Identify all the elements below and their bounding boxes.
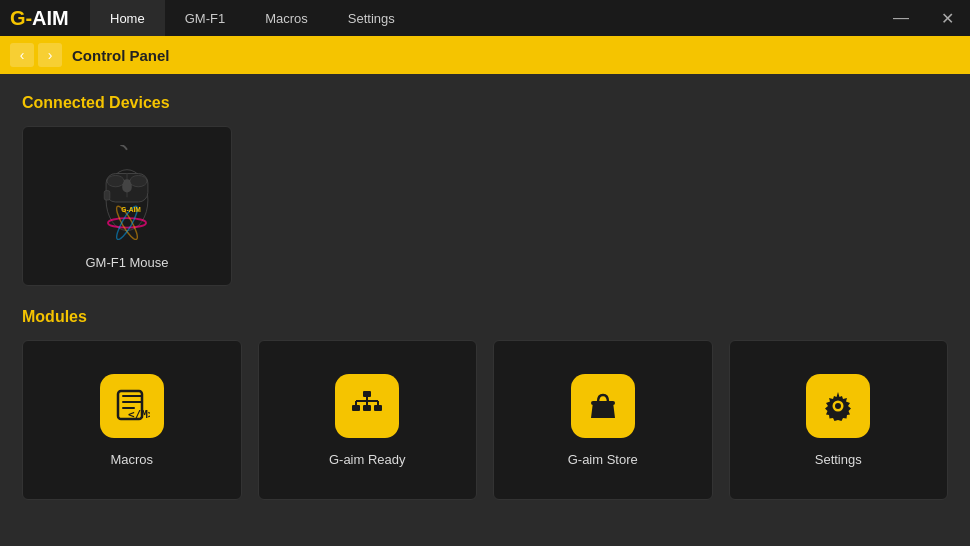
module-gaim-ready[interactable]: G-aim Ready bbox=[258, 340, 478, 500]
svg-text:</M>: </M> bbox=[128, 408, 150, 421]
connected-devices-title: Connected Devices bbox=[22, 94, 948, 112]
title-bar: G- AIM Home GM-F1 Macros Settings — ✕ bbox=[0, 0, 970, 36]
svg-rect-17 bbox=[363, 405, 371, 411]
logo-svg: G- AIM bbox=[10, 6, 70, 30]
svg-rect-23 bbox=[591, 401, 615, 405]
gaim-ready-label: G-aim Ready bbox=[329, 452, 406, 467]
module-gaim-store[interactable]: G-aim Store bbox=[493, 340, 713, 500]
close-button[interactable]: ✕ bbox=[924, 0, 970, 36]
svg-rect-16 bbox=[352, 405, 360, 411]
minimize-button[interactable]: — bbox=[878, 0, 924, 36]
back-arrow[interactable]: ‹ bbox=[10, 43, 34, 67]
macros-icon: </M> bbox=[114, 388, 150, 424]
main-content: Connected Devices bbox=[0, 74, 970, 520]
svg-rect-18 bbox=[374, 405, 382, 411]
svg-text:AIM: AIM bbox=[32, 7, 69, 29]
modules-title: Modules bbox=[22, 308, 948, 326]
gear-icon bbox=[820, 388, 856, 424]
mouse-illustration: G-AIM bbox=[92, 145, 162, 240]
module-settings[interactable]: Settings bbox=[729, 340, 949, 500]
settings-icon-bg bbox=[806, 374, 870, 438]
tab-settings[interactable]: Settings bbox=[328, 0, 415, 36]
store-icon bbox=[585, 388, 621, 424]
forward-arrow[interactable]: › bbox=[38, 43, 62, 67]
svg-point-27 bbox=[835, 403, 841, 409]
macros-label: Macros bbox=[110, 452, 153, 467]
gaim-ready-icon-bg bbox=[335, 374, 399, 438]
device-name: GM-F1 Mouse bbox=[85, 255, 168, 270]
svg-point-6 bbox=[107, 175, 124, 186]
device-card-gmf1[interactable]: G-AIM GM-F1 Mouse bbox=[22, 126, 232, 286]
network-icon bbox=[349, 388, 385, 424]
gaim-store-icon-bg bbox=[571, 374, 635, 438]
modules-grid: </M> Macros bbox=[22, 340, 948, 500]
device-image: G-AIM bbox=[87, 143, 167, 243]
window-controls: — ✕ bbox=[878, 0, 970, 36]
svg-point-7 bbox=[130, 175, 147, 186]
breadcrumb-bar: ‹ › Control Panel bbox=[0, 36, 970, 74]
svg-text:G-AIM: G-AIM bbox=[121, 206, 141, 213]
svg-rect-15 bbox=[363, 391, 371, 397]
settings-label: Settings bbox=[815, 452, 862, 467]
logo: G- AIM bbox=[10, 6, 70, 30]
module-macros[interactable]: </M> Macros bbox=[22, 340, 242, 500]
modules-section: Modules </M> Macros bbox=[22, 308, 948, 500]
svg-rect-12 bbox=[104, 191, 110, 201]
breadcrumb-title: Control Panel bbox=[72, 47, 170, 64]
macros-icon-bg: </M> bbox=[100, 374, 164, 438]
tab-home[interactable]: Home bbox=[90, 0, 165, 36]
tab-gmf1[interactable]: GM-F1 bbox=[165, 0, 245, 36]
tab-macros[interactable]: Macros bbox=[245, 0, 328, 36]
gaim-store-label: G-aim Store bbox=[568, 452, 638, 467]
svg-text:G-: G- bbox=[10, 7, 32, 29]
nav-tabs: Home GM-F1 Macros Settings bbox=[90, 0, 878, 36]
